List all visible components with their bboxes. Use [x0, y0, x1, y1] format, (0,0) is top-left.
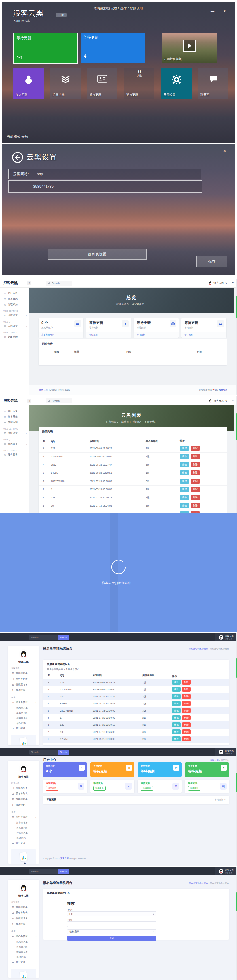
sidebar-subitem[interactable]: 黑名单列表 [8, 944, 39, 950]
save-button[interactable]: 保存 [197, 256, 227, 267]
delete-button[interactable]: 删除 [182, 708, 191, 713]
edit-button[interactable]: 修改 [180, 446, 189, 451]
submit-button[interactable]: 查询 [67, 935, 157, 941]
delete-button[interactable]: 删除 [182, 687, 191, 692]
sidebar-item-logout[interactable]: ↪退出登录 [8, 840, 39, 846]
delete-button[interactable]: 删除 [191, 511, 200, 512]
edit-button[interactable]: 修改 [180, 511, 189, 512]
sidebar-item[interactable]: ⊡添加黑名单 [8, 904, 39, 910]
notification-badge[interactable]: 0 [27, 399, 32, 402]
card-footer-link[interactable]: 等待更新 → [134, 332, 179, 337]
sidebar-item-yunhei-settings[interactable]: ▤云黑设置‹ [0, 323, 29, 329]
notification-badge[interactable]: 0 [27, 282, 32, 285]
search-button[interactable]: Search [58, 635, 69, 640]
edit-button[interactable]: 修改 [180, 495, 189, 500]
sidebar-item-blacklist-manage[interactable]: ⊞黑名单管理› [8, 934, 39, 939]
delete-button[interactable]: 删除 [191, 487, 200, 492]
user-menu[interactable]: 浪客云黑 ∨ [208, 399, 227, 402]
tile-wait-update-blue[interactable]: 等待更新 [81, 33, 144, 63]
edit-button[interactable]: 修改 [172, 722, 181, 727]
scrollbar-thumb[interactable] [236, 414, 237, 440]
scrollbar-track[interactable] [236, 633, 237, 748]
website-field[interactable]: 云黑网站: http [8, 169, 201, 179]
scrollbar-track[interactable] [236, 748, 237, 866]
delete-button[interactable]: 删除 [191, 470, 200, 476]
sidebar-item-logout[interactable]: ⊙退出登录 [0, 334, 29, 340]
user-menu[interactable]: 浪客云黑浪客云黑 [215, 867, 237, 875]
search-input[interactable] [29, 635, 58, 640]
footer-brand-link[interactable]: 浪客云黑 [38, 388, 48, 391]
go-button[interactable]: 点击前往 [46, 786, 58, 791]
footer-brand-link[interactable]: 浪客云黑 [60, 857, 69, 860]
sidebar-item-blacklist-manage[interactable]: ⊞黑名单管理› [8, 700, 39, 705]
vertical-dots-icon[interactable]: ⋮ [39, 281, 42, 285]
sidebar-item-blacklist-manage[interactable]: ⊞黑名单管理› [8, 815, 39, 820]
sidebar-item-admin-add[interactable]: ⊕管理添加 [0, 420, 29, 425]
user-menu[interactable]: 浪客云黑浪客云黑 [215, 748, 237, 756]
edit-button[interactable]: 修改 [180, 503, 189, 508]
go-button[interactable]: 等待更新 [188, 786, 200, 791]
qq-number-field[interactable]: 3589441785 [8, 180, 202, 192]
sidebar-item-logout[interactable]: ↪退出登录 [8, 726, 39, 732]
sidebar-item[interactable]: ⊠搜索黑名单 [8, 916, 39, 921]
scrollbar-thumb[interactable] [236, 658, 237, 678]
group-list-settings-button[interactable]: 群列表设置 [48, 248, 147, 260]
scrollbar-thumb[interactable] [236, 892, 237, 912]
tile-yunhei-settings[interactable]: 云黑设置 [161, 68, 192, 99]
sidebar-item[interactable]: ✈修改密码 [8, 687, 39, 693]
delete-button[interactable]: 删除 [182, 737, 191, 741]
edit-button[interactable]: 修改 [180, 470, 189, 476]
edit-button[interactable]: 修改 [180, 479, 189, 484]
delete-button[interactable]: 删除 [191, 479, 200, 484]
sidebar-item-logout[interactable]: ⊙退出登录 [0, 452, 29, 458]
scrollbar-thumb[interactable] [236, 773, 237, 792]
go-button[interactable]: 等待更新 [93, 786, 106, 791]
sidebar-item-system-settings[interactable]: ⊡系统设置‹ [0, 430, 29, 436]
card-footer-link[interactable]: 等待更新 → [86, 332, 131, 337]
sidebar-subitem[interactable]: 修改密码 [8, 835, 39, 840]
search-input[interactable] [51, 399, 70, 402]
edit-button[interactable]: 修改 [180, 454, 189, 459]
sidebar-item-system-settings[interactable]: ⊡系统设置‹ [0, 313, 29, 318]
sidebar-item-yunhei-settings[interactable]: ▤云黑设置‹ [0, 441, 29, 447]
author-link[interactable]: Nathan [219, 388, 227, 391]
edit-button[interactable]: 修改 [172, 694, 181, 699]
edit-button[interactable]: 修改 [172, 680, 181, 685]
close-button[interactable]: ✕ [223, 9, 226, 13]
brand-logo[interactable]: 浪客云黑 [3, 398, 18, 403]
delete-button[interactable]: 删除 [191, 446, 200, 451]
tile-extensions[interactable]: 扩展功能 [50, 68, 80, 99]
sidebar-item[interactable]: ⊠搜索黑名单 [8, 797, 39, 802]
tile-tutorial-video[interactable]: 云黑教程视频 [162, 33, 217, 63]
delete-button[interactable]: 删除 [182, 729, 191, 734]
card-footer-link[interactable]: 等待更新 → [181, 332, 226, 337]
go-button[interactable]: 等待更新 [141, 786, 153, 791]
back-button[interactable] [12, 152, 23, 163]
sidebar-item[interactable]: ⊟黑名单列表 [8, 791, 39, 797]
search-button[interactable]: Search [58, 749, 69, 755]
delete-button[interactable]: 删除 [182, 701, 191, 706]
search-input[interactable] [51, 282, 70, 285]
tile-wait-update-green[interactable]: 等待更新 [13, 33, 78, 64]
vertical-dots-icon[interactable]: ⋮ [39, 399, 42, 402]
sidebar-subitem[interactable]: 添加黑名单 [8, 820, 39, 825]
sidebar-item[interactable]: ✈修改密码 [8, 921, 39, 927]
sidebar-item[interactable]: ⊡添加黑名单 [8, 785, 39, 791]
delete-button[interactable]: 删除 [182, 715, 191, 720]
play-icon[interactable] [183, 40, 195, 52]
hamburger-icon[interactable]: ≡ [232, 399, 234, 403]
edit-button[interactable]: 修改 [172, 715, 181, 720]
content-input[interactable] [67, 921, 157, 927]
sidebar-item-home[interactable]: ⌂后台首页 [0, 291, 29, 296]
type-select[interactable]: QQ ∨ [67, 912, 157, 916]
search-input[interactable] [29, 869, 58, 874]
edit-button[interactable]: 修改 [172, 729, 181, 734]
sidebar-subitem[interactable]: 搜索黑名单 [8, 950, 39, 955]
panel-dropdown[interactable]: 等待更新 ∨ [214, 798, 226, 801]
delete-button[interactable]: 删除 [191, 462, 200, 467]
sidebar-subitem[interactable]: 黑名单列表 [8, 825, 39, 830]
sidebar-item-logout[interactable]: ↪退出登录 [8, 959, 39, 965]
sidebar-subitem[interactable]: 修改密码 [8, 955, 39, 959]
mode-select[interactable]: 模糊搜索 ∨ [67, 929, 157, 934]
sidebar-subitem[interactable]: 添加黑名单 [8, 939, 39, 944]
